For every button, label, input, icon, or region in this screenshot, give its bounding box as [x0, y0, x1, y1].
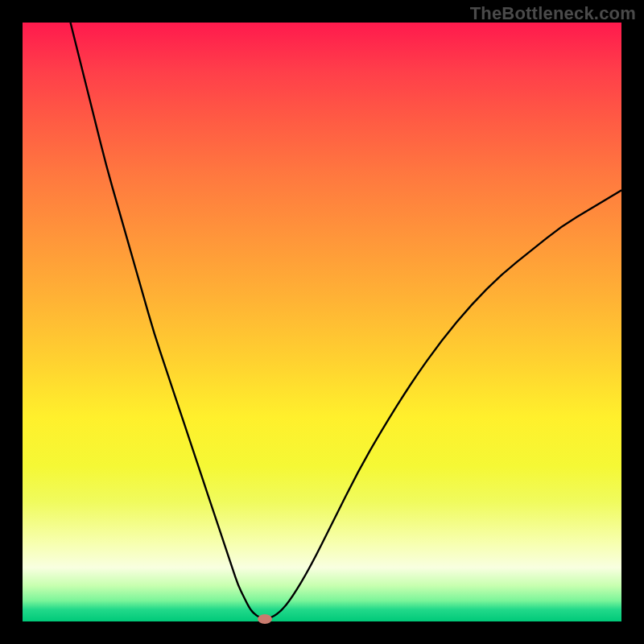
bottleneck-curve-path: [71, 23, 621, 619]
watermark-label: TheBottleneck.com: [470, 3, 636, 24]
chart-container: TheBottleneck.com: [0, 0, 644, 644]
optimal-point-marker: [258, 614, 272, 624]
plot-area: [23, 23, 621, 621]
curve-svg: [23, 23, 621, 621]
